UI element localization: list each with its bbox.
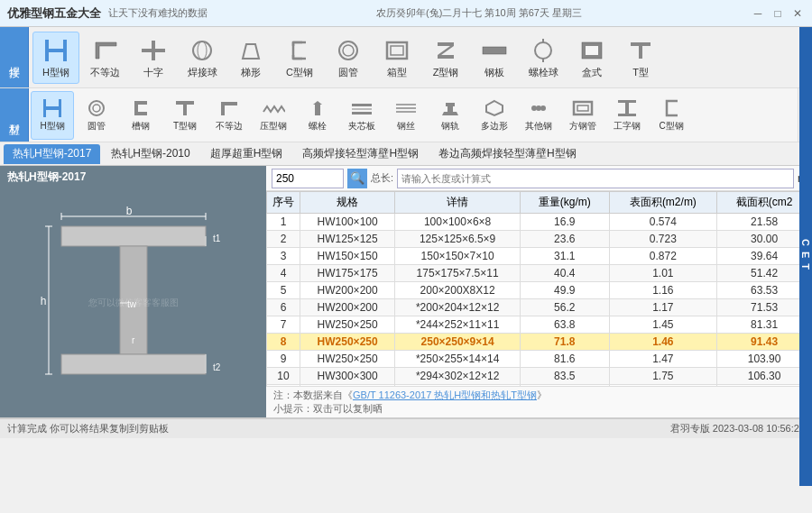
note-link[interactable]: GB/T 11263-2017 热轧H型钢和热轧T型钢 bbox=[353, 389, 537, 400]
svg-rect-21 bbox=[639, 46, 642, 59]
profile-press-label: 压型钢 bbox=[260, 120, 287, 133]
status-right: 君羽专版 2023-03-08 10:56:24 bbox=[670, 422, 805, 435]
profile-press[interactable]: 压型钢 bbox=[252, 91, 295, 140]
cell-area: 91.43 bbox=[717, 334, 812, 351]
profile-bolt[interactable]: 螺栓 bbox=[296, 91, 339, 140]
table-row[interactable]: 3 HW150×150 150×150×7×10 31.1 0.872 39.6… bbox=[267, 248, 812, 265]
table-header: 序号 规格 详情 重量(kg/m) 表面积(m2/m) 截面积(cm2 bbox=[267, 192, 812, 214]
svg-rect-47 bbox=[61, 354, 206, 374]
profile-square-tube-icon bbox=[570, 97, 595, 119]
sub-tab-4[interactable]: 卷边高频焊接轻型薄壁H型钢 bbox=[429, 144, 586, 164]
table-row[interactable]: 4 HW175×175 175×175×7.5×11 40.4 1.01 51.… bbox=[267, 265, 812, 282]
screw-ball-label: 螺栓球 bbox=[529, 67, 558, 78]
svg-rect-13 bbox=[391, 46, 403, 55]
svg-point-39 bbox=[540, 105, 546, 111]
svg-rect-41 bbox=[577, 105, 588, 111]
c-steel-label: C型钢 bbox=[286, 67, 313, 78]
profile-other-label: 其他钢 bbox=[525, 120, 552, 133]
profile-clip-icon bbox=[349, 97, 374, 119]
unequal-icon bbox=[90, 36, 119, 65]
profile-h-label: H型钢 bbox=[40, 120, 64, 133]
svg-rect-45 bbox=[61, 226, 206, 246]
profile-unequal[interactable]: 不等边 bbox=[208, 91, 251, 140]
toolbar-item-h-steel[interactable]: H型钢 bbox=[32, 32, 79, 84]
box-type-label: 盒式 bbox=[582, 67, 602, 78]
window-controls: ─ □ ✕ bbox=[751, 6, 805, 21]
box-icon bbox=[383, 36, 411, 65]
close-button[interactable]: ✕ bbox=[790, 6, 805, 21]
cell-weight: 49.9 bbox=[520, 282, 609, 299]
profile-c[interactable]: C型钢 bbox=[650, 91, 693, 140]
table-row[interactable]: 10 HW300×300 *294×302×12×12 83.5 1.75 10… bbox=[267, 368, 812, 385]
table-row[interactable]: 5 HW200×200 200×200X8X12 49.9 1.16 63.53 bbox=[267, 282, 812, 299]
cell-spec: HW175×175 bbox=[300, 265, 395, 282]
toolbar-item-steel-plate[interactable]: 钢板 bbox=[471, 32, 518, 84]
toolbar-item-screw-ball[interactable]: 螺栓球 bbox=[520, 32, 567, 84]
left-panel: 热轧H型钢-2017 b bbox=[0, 166, 266, 417]
profile-i-beam[interactable]: 工字钢 bbox=[605, 91, 649, 140]
h-steel-icon bbox=[42, 36, 70, 65]
col-weight: 重量(kg/m) bbox=[520, 192, 609, 214]
status-left: 计算完成 你可以将结果复制到剪贴板 bbox=[7, 422, 169, 435]
profile-wire-icon bbox=[393, 97, 419, 119]
profile-h-icon bbox=[40, 97, 65, 119]
profile-h-steel[interactable]: H型钢 bbox=[31, 91, 74, 140]
table-row[interactable]: 6 HW200×200 *200×204×12×12 56.2 1.17 71.… bbox=[267, 299, 812, 316]
toolbar-item-unequal[interactable]: 不等边 bbox=[81, 32, 128, 84]
profile-round[interactable]: 圆管 bbox=[75, 91, 118, 140]
toolbar-item-box[interactable]: 箱型 bbox=[374, 32, 420, 84]
sub-tab-2[interactable]: 超厚超重H型钢 bbox=[201, 144, 292, 164]
svg-rect-28 bbox=[183, 105, 187, 115]
unequal-label: 不等边 bbox=[90, 67, 120, 78]
cell-seq: 1 bbox=[267, 214, 300, 231]
profile-rail[interactable]: 钢轨 bbox=[429, 91, 472, 140]
sub-tab-3[interactable]: 高频焊接轻型薄壁H型钢 bbox=[293, 144, 428, 164]
profile-t[interactable]: T型钢 bbox=[163, 91, 207, 140]
cross-label: 十字 bbox=[143, 67, 163, 78]
sub-tab-0[interactable]: 热轧H型钢-2017 bbox=[4, 144, 100, 164]
toolbar-item-trapezoid[interactable]: 梯形 bbox=[227, 32, 274, 84]
toolbar-item-box-type[interactable]: 盒式 bbox=[568, 32, 615, 84]
search-input[interactable] bbox=[272, 169, 344, 188]
weld-toolbar: 焊接 H型钢 不等边 bbox=[0, 27, 812, 88]
search-button[interactable]: 🔍 bbox=[347, 169, 367, 188]
cell-detail: *244×252×11×11 bbox=[395, 316, 521, 334]
cell-spec: HW200×200 bbox=[300, 282, 395, 299]
table-row[interactable]: 8 HW250×250 250×250×9×14 71.8 1.46 91.43 bbox=[267, 334, 812, 351]
cell-area: 30.00 bbox=[717, 231, 812, 248]
table-row[interactable]: 7 HW250×250 *244×252×11×11 63.8 1.45 81.… bbox=[267, 316, 812, 334]
toolbar-item-cross[interactable]: 十字 bbox=[130, 32, 177, 84]
toolbar-item-c-steel[interactable]: C型钢 bbox=[276, 32, 323, 84]
profile-polygon[interactable]: 多边形 bbox=[473, 91, 516, 140]
panel-title: 热轧H型钢-2017 bbox=[0, 166, 266, 188]
svg-rect-24 bbox=[59, 99, 61, 117]
toolbar-item-round-tube[interactable]: 圆管 bbox=[325, 32, 372, 84]
profile-clip[interactable]: 夹芯板 bbox=[340, 91, 383, 140]
profile-other[interactable]: 其他钢 bbox=[517, 91, 560, 140]
profile-square-tube[interactable]: 方钢管 bbox=[561, 91, 604, 140]
toolbar-item-weld-ball[interactable]: 焊接球 bbox=[179, 32, 226, 84]
cell-surface: 1.47 bbox=[609, 351, 717, 368]
minimize-button[interactable]: ─ bbox=[751, 6, 765, 21]
note-text: 注：本数据来自《GB/T 11263-2017 热轧H型钢和热轧T型钢》 bbox=[273, 389, 805, 402]
cell-spec: HW300×300 bbox=[300, 368, 395, 385]
cell-weight: 81.6 bbox=[520, 351, 609, 368]
cell-seq: 8 bbox=[267, 334, 300, 351]
svg-text:t1: t1 bbox=[213, 234, 221, 243]
table-row[interactable]: 9 HW250×250 *250×255×14×14 81.6 1.47 103… bbox=[267, 351, 812, 368]
profile-slot[interactable]: 槽钢 bbox=[119, 91, 162, 140]
length-input[interactable] bbox=[397, 169, 794, 188]
search-bar: 🔍 总长: m bbox=[266, 166, 812, 191]
cell-detail: 250×250×9×14 bbox=[395, 334, 521, 351]
toolbar-item-t-type[interactable]: T型 bbox=[617, 32, 664, 84]
table-row[interactable]: 1 HW100×100 100×100×6×8 16.9 0.574 21.58 bbox=[267, 214, 812, 231]
weld-label: 焊接 bbox=[0, 27, 29, 87]
table-row[interactable]: 2 HW125×125 125×125×6.5×9 23.6 0.723 30.… bbox=[267, 231, 812, 248]
cell-surface: 1.46 bbox=[609, 334, 717, 351]
sub-tab-1[interactable]: 热轧H型钢-2010 bbox=[102, 144, 198, 164]
profile-wire[interactable]: 钢丝 bbox=[384, 91, 428, 140]
maximize-button[interactable]: □ bbox=[770, 6, 785, 21]
profile-polygon-icon bbox=[482, 97, 507, 119]
cell-detail: *250×255×14×14 bbox=[395, 351, 521, 368]
toolbar-item-z-steel[interactable]: Z型钢 bbox=[422, 32, 469, 84]
